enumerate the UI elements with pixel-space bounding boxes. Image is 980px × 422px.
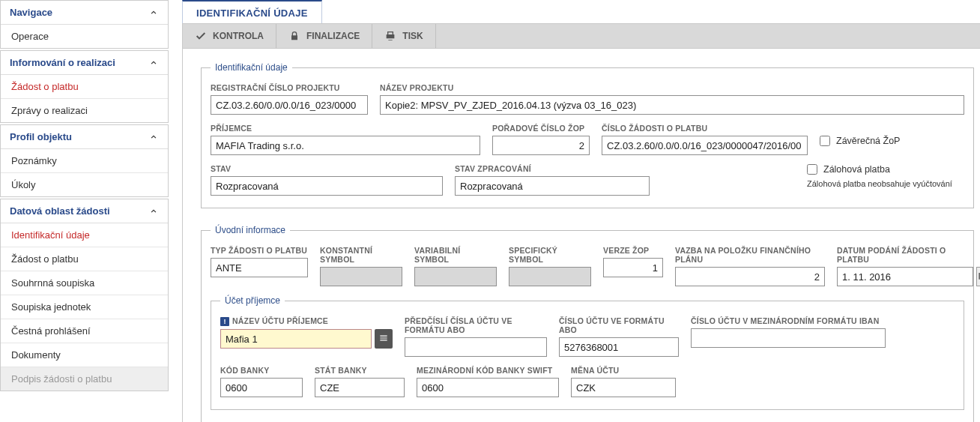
tab-identifikacni[interactable]: IDENTIFIKAČNÍ ÚDAJE xyxy=(182,0,322,23)
label-cisloabo: ČÍSLO ÚČTU VE FORMÁTU ABO xyxy=(559,316,679,334)
calendar-icon xyxy=(977,271,980,283)
sidebar-item-operace[interactable]: Operace xyxy=(1,25,168,48)
input-cisloabo[interactable] xyxy=(559,337,679,357)
checkbox-zaverecna-input[interactable] xyxy=(820,136,830,146)
input-prijemce[interactable] xyxy=(211,136,480,155)
toolbar-label: KONTROLA xyxy=(213,31,264,41)
sidebar-item-zpravy[interactable]: Zprávy o realizaci xyxy=(1,98,168,122)
label-nazev-projektu: NÁZEV PROJEKTU xyxy=(380,83,964,92)
input-verze[interactable] xyxy=(603,258,663,277)
label-vazba: VAZBA NA POLOŽKU FINANČNÍHO PLÁNU xyxy=(675,246,825,264)
legend-identifikacni: Identifikační údaje xyxy=(211,62,292,73)
input-poradove[interactable] xyxy=(492,136,590,155)
label-cislo-zop: ČÍSLO ŽÁDOSTI O PLATBU xyxy=(602,124,808,133)
chevron-up-icon xyxy=(148,58,159,68)
toolbar-label: FINALIZACE xyxy=(306,31,360,41)
required-icon: ! xyxy=(220,317,229,326)
input-stav[interactable] xyxy=(211,176,443,196)
sidebar-item-cestna[interactable]: Čestná prohlášení xyxy=(1,319,168,343)
list-button[interactable] xyxy=(375,329,393,349)
kontrola-button[interactable]: KONTROLA xyxy=(183,24,276,48)
checkbox-zalohova[interactable]: Zálohová platba xyxy=(807,164,964,175)
checkbox-label: Zálohová platba xyxy=(823,164,890,175)
sidebar-section-label: Informování o realizaci xyxy=(10,57,115,68)
input-kod-banky[interactable] xyxy=(220,378,303,397)
printer-icon xyxy=(384,30,396,42)
sidebar-item-zop[interactable]: Žádost o platbu xyxy=(1,75,168,98)
input-typ-zop[interactable] xyxy=(211,258,308,277)
sidebar-item-podpis[interactable]: Podpis žádosti o platbu xyxy=(1,367,168,391)
legend-ucet: Účet příjemce xyxy=(220,295,285,306)
label-stav-zprac: STAV ZPRACOVÁNÍ xyxy=(455,164,650,173)
sidebar-section-datova[interactable]: Datová oblast žádosti xyxy=(1,199,168,223)
label-stav: STAV xyxy=(211,164,443,173)
label-datum: DATUM PODÁNÍ ŽÁDOSTI O PLATBU xyxy=(837,246,964,264)
check-icon xyxy=(195,30,207,42)
input-datum[interactable] xyxy=(837,267,973,286)
label-mena: MĚNA ÚČTU xyxy=(571,366,676,375)
chevron-up-icon xyxy=(148,7,159,18)
toolbar-label: TISK xyxy=(402,31,423,41)
checkbox-zaverecna[interactable]: Závěrečná ŽoP xyxy=(820,136,900,146)
input-var xyxy=(414,267,497,286)
input-konst xyxy=(320,267,402,286)
input-nazev-uctu[interactable] xyxy=(220,329,372,349)
input-cislo-zop[interactable] xyxy=(602,136,808,155)
list-icon xyxy=(378,333,389,346)
label-konst: KONSTANTNÍ SYMBOL xyxy=(320,246,402,264)
sidebar-item-identifikacni[interactable]: Identifikační údaje xyxy=(1,223,168,247)
fieldset-uvodni: Úvodní informace TYP ŽÁDOSTI O PLATBU KO… xyxy=(201,225,974,422)
fieldset-identifikacni: Identifikační údaje REGISTRAČNÍ ČÍSLO PR… xyxy=(201,62,974,208)
chevron-up-icon xyxy=(148,132,159,142)
finalizace-button[interactable]: FINALIZACE xyxy=(276,24,372,48)
input-stav-zprac[interactable] xyxy=(455,176,650,196)
content-panel: Identifikační údaje REGISTRAČNÍ ČÍSLO PR… xyxy=(182,49,980,422)
label-reg-cislo: REGISTRAČNÍ ČÍSLO PROJEKTU xyxy=(211,83,368,92)
label-prijemce: PŘÍJEMCE xyxy=(211,124,480,133)
input-swift[interactable] xyxy=(417,378,559,397)
input-reg-cislo[interactable] xyxy=(211,95,368,115)
sidebar-section-profil[interactable]: Profil objektu xyxy=(1,125,168,149)
label-kod-banky: KÓD BANKY xyxy=(220,366,303,375)
input-mena[interactable] xyxy=(571,378,676,397)
sidebar-section-label: Datová oblast žádosti xyxy=(10,205,110,217)
input-iban[interactable] xyxy=(691,328,886,348)
lock-icon xyxy=(288,30,300,42)
tisk-button[interactable]: TISK xyxy=(372,24,435,48)
toolbar: KONTROLA FINALIZACE TISK xyxy=(182,23,980,49)
sidebar-section-informovani[interactable]: Informování o realizaci xyxy=(1,51,168,75)
input-nazev-projektu[interactable] xyxy=(380,95,964,115)
sidebar-section-label: Navigace xyxy=(10,7,52,18)
label-stat-banky: STÁT BANKY xyxy=(315,366,405,375)
checkbox-label: Závěrečná ŽoP xyxy=(836,136,900,146)
label-poradove: POŘADOVÉ ČÍSLO ŽOP xyxy=(492,124,590,133)
input-spec xyxy=(509,267,591,286)
sidebar-item-souhrnna[interactable]: Souhrnná soupiska xyxy=(1,271,168,295)
label-iban: ČÍSLO ÚČTU V MEZINÁRODNÍM FORMÁTU IBAN xyxy=(691,316,886,325)
sidebar-item-dokumenty[interactable]: Dokumenty xyxy=(1,343,168,367)
input-vazba[interactable] xyxy=(675,267,825,286)
input-predcisli[interactable] xyxy=(405,337,547,357)
label-predcisli: PŘEDČÍSLÍ ČÍSLA ÚČTU VE FORMÁTU ABO xyxy=(405,316,547,334)
label-var: VARIABILNÍ SYMBOL xyxy=(414,246,497,264)
main-panel: IDENTIFIKAČNÍ ÚDAJE KONTROLA FINALIZACE … xyxy=(169,0,980,422)
fieldset-ucet: Účet příjemce !NÁZEV ÚČTU PŘÍJEMCE xyxy=(211,295,964,410)
sidebar-section-navigace[interactable]: Navigace xyxy=(1,1,168,25)
sidebar-section-label: Profil objektu xyxy=(10,131,72,142)
sidebar-item-ukoly[interactable]: Úkoly xyxy=(1,172,168,196)
legend-uvodni: Úvodní informace xyxy=(211,225,290,235)
hint-zalohova: Zálohová platba neobsahuje vyúčtování xyxy=(807,179,964,188)
calendar-button[interactable] xyxy=(976,267,980,286)
input-stat-banky[interactable] xyxy=(315,378,405,397)
label-verze: VERZE ŽOP xyxy=(603,246,663,255)
label-typ-zop: TYP ŽÁDOSTI O PLATBU xyxy=(211,246,308,255)
tab-bar: IDENTIFIKAČNÍ ÚDAJE xyxy=(182,0,980,23)
sidebar: Navigace Operace Informování o realizaci… xyxy=(0,0,169,422)
checkbox-zalohova-input[interactable] xyxy=(807,164,817,175)
sidebar-item-zop2[interactable]: Žádost o platbu xyxy=(1,247,168,271)
chevron-up-icon xyxy=(148,206,159,217)
label-nazev-uctu: !NÁZEV ÚČTU PŘÍJEMCE xyxy=(220,316,393,326)
label-spec: SPECIFICKÝ SYMBOL xyxy=(509,246,591,264)
sidebar-item-poznamky[interactable]: Poznámky xyxy=(1,149,168,172)
sidebar-item-jednotek[interactable]: Soupiska jednotek xyxy=(1,295,168,319)
